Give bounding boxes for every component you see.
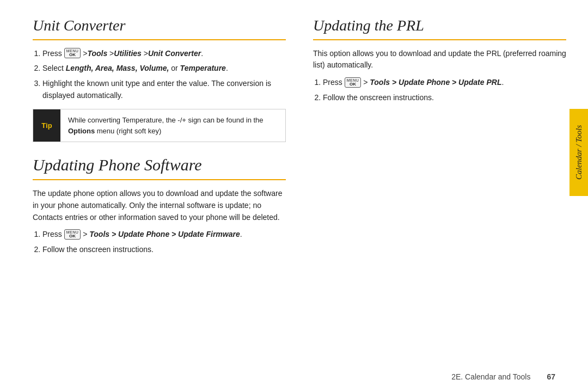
unit-converter-steps: Press MENU OK >Tools >Utilities >Unit Co… — [42, 48, 286, 102]
step1-press: Press — [42, 49, 62, 58]
prl-step2-text: Follow the onscreen instructions. — [323, 93, 434, 102]
step-2: Select Length, Area, Mass, Volume, or Te… — [42, 63, 286, 75]
updating-prl-divider — [313, 39, 566, 40]
page-container: Unit Converter Press MENU OK — [0, 0, 588, 392]
page-footer: 2E. Calendar and Tools 67 — [451, 372, 555, 381]
unit-converter-divider — [33, 39, 286, 40]
tip-content: While converting Temperature, the -/+ si… — [60, 109, 285, 142]
sidebar-label: Calendar / Tools — [574, 125, 584, 180]
key-ok-text: OK — [69, 53, 76, 57]
tip-bold: Options — [68, 127, 95, 135]
key-ok-text2: OK — [69, 234, 76, 238]
tip-box: Tip While converting Temperature, the -/… — [33, 109, 286, 142]
updating-phone-intro: The update phone option allows you to do… — [33, 188, 286, 223]
updating-phone-software-body: The update phone option allows you to do… — [33, 188, 286, 255]
updating-prl-section: Updating the PRL This option allows you … — [313, 16, 566, 109]
tip-text-before: While converting Temperature, the -/+ si… — [68, 116, 264, 124]
unit-converter-section: Unit Converter Press MENU OK — [33, 16, 286, 142]
menu-key-2: MENU OK — [64, 229, 81, 240]
update-step-2: Follow the onscreen instructions. — [42, 244, 286, 256]
prl-intro: This option allows you to download and u… — [313, 48, 566, 71]
left-column: Unit Converter Press MENU OK — [33, 16, 286, 376]
menu-key-1: MENU OK — [64, 48, 81, 58]
step3-text: Highlight the known unit type and enter … — [42, 79, 271, 100]
updating-prl-title: Updating the PRL — [313, 16, 566, 35]
unit-converter-title: Unit Converter — [33, 16, 286, 35]
unit-converter-body: Press MENU OK >Tools >Utilities >Unit Co… — [33, 48, 286, 143]
updating-prl-body: This option allows you to download and u… — [313, 48, 566, 104]
updating-phone-software-title: Updating Phone Software — [33, 155, 286, 175]
step-1: Press MENU OK >Tools >Utilities >Unit Co… — [42, 48, 286, 60]
update-step-1: Press MENU OK > Tools > Update Phone > U… — [42, 229, 286, 241]
prl-step-1: Press MENU OK > Tools > Update Phone > U… — [323, 77, 566, 89]
sidebar-tab: Calendar / Tools — [569, 109, 588, 196]
menu-key-inner-2: MENU OK — [66, 230, 79, 238]
two-col-layout: Unit Converter Press MENU OK — [33, 16, 566, 376]
step1-path: >Tools >Utilities >Unit Converter. — [83, 49, 203, 58]
menu-key-inner-3: MENU OK — [347, 78, 359, 87]
step-3: Highlight the known unit type and enter … — [42, 78, 286, 101]
footer-chapter: 2E. Calendar and Tools — [451, 372, 530, 381]
updating-phone-software-divider — [33, 179, 286, 180]
update-step2-text: Follow the onscreen instructions. — [42, 245, 154, 254]
footer-page: 67 — [547, 372, 555, 381]
right-column: Updating the PRL This option allows you … — [313, 16, 566, 376]
menu-key-inner-1: MENU OK — [66, 49, 79, 57]
prl-step1-path: > Tools > Update Phone > Update PRL. — [363, 78, 504, 87]
key-ok-text3: OK — [350, 82, 356, 87]
update-step1-path: > Tools > Update Phone > Update Firmware… — [83, 230, 242, 238]
prl-step-2: Follow the onscreen instructions. — [323, 92, 566, 104]
tip-label: Tip — [33, 109, 60, 142]
updating-phone-software-section: Updating Phone Software The update phone… — [33, 155, 286, 261]
step2-select: Select Length, Area, Mass, Volume, or Te… — [42, 64, 228, 72]
menu-key-3: MENU OK — [345, 77, 362, 88]
prl-step1-press: Press — [323, 78, 342, 87]
updating-phone-steps: Press MENU OK > Tools > Update Phone > U… — [42, 229, 286, 255]
prl-steps: Press MENU OK > Tools > Update Phone > U… — [323, 77, 566, 103]
update-step1-press: Press — [42, 230, 62, 238]
tip-text-after: menu (right soft key) — [95, 127, 161, 135]
main-content: Unit Converter Press MENU OK — [0, 0, 588, 392]
